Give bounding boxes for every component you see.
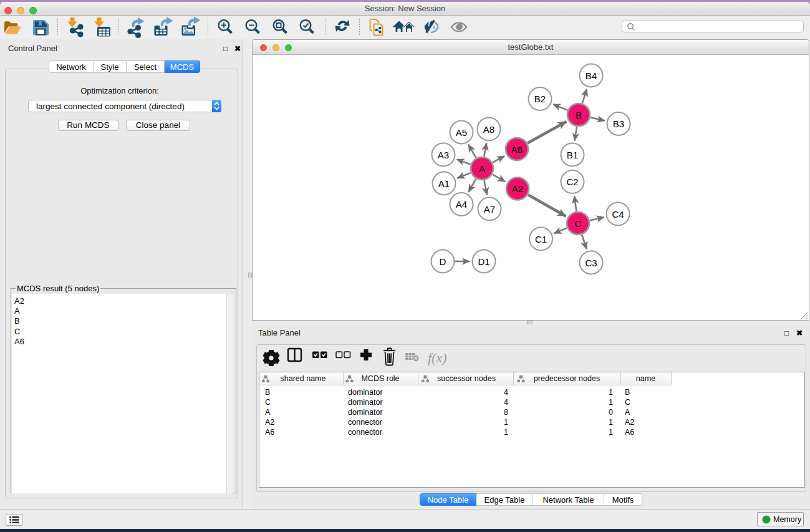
svg-text:B1: B1 [567, 150, 578, 160]
svg-text:C4: C4 [612, 209, 624, 220]
svg-text:C3: C3 [585, 258, 597, 268]
svg-text:D1: D1 [478, 256, 489, 267]
svg-text:A4: A4 [456, 199, 467, 210]
svg-text:A6: A6 [511, 144, 523, 155]
svg-text:C2: C2 [566, 177, 578, 187]
svg-text:B: B [576, 110, 582, 120]
svg-text:C: C [575, 218, 582, 229]
svg-text:B2: B2 [534, 94, 546, 104]
svg-text:C1: C1 [535, 234, 547, 244]
svg-text:A8: A8 [483, 124, 494, 135]
svg-text:D: D [440, 256, 446, 267]
svg-text:B3: B3 [613, 118, 624, 129]
svg-text:A1: A1 [438, 178, 450, 189]
svg-text:A5: A5 [456, 127, 467, 138]
svg-text:B4: B4 [586, 70, 597, 81]
svg-text:A: A [479, 163, 485, 174]
svg-text:A7: A7 [484, 204, 495, 215]
svg-text:A3: A3 [438, 150, 449, 160]
svg-text:A2: A2 [512, 183, 523, 194]
svg-text:f(x): f(x) [428, 350, 447, 365]
